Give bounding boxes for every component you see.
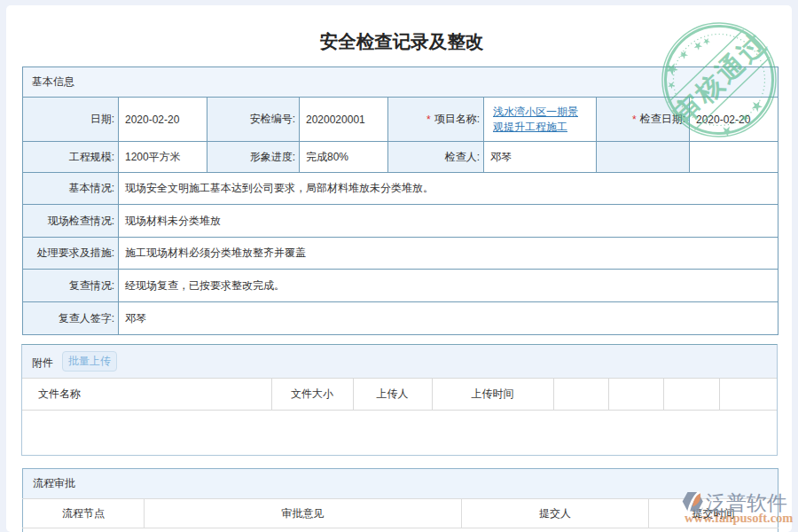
- svg-text:泛普软件: 泛普软件: [706, 491, 787, 514]
- svg-text:审核通过: 审核通过: [669, 27, 773, 129]
